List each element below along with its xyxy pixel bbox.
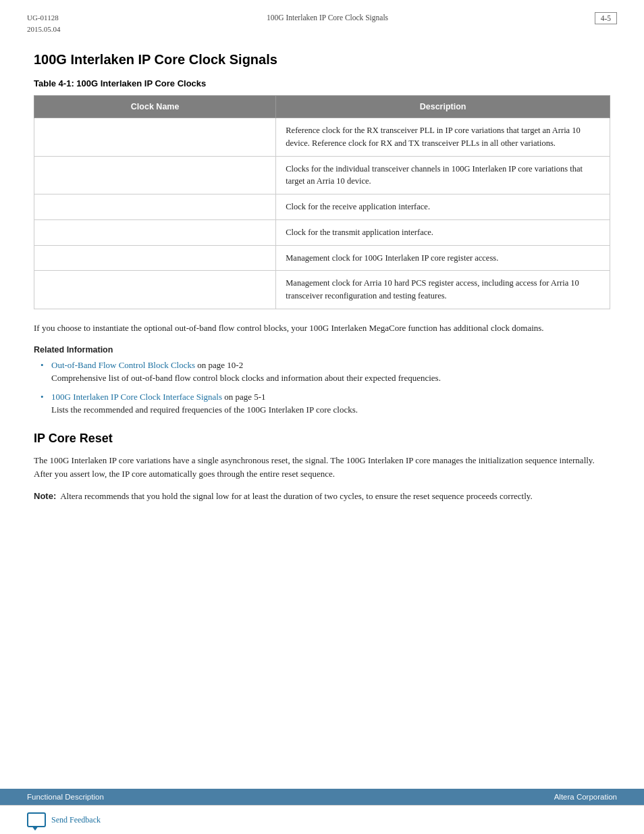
related-link[interactable]: 100G Interlaken IP Core Clock Interface …	[51, 392, 222, 402]
page-header: UG-01128 2015.05.04 100G Interlaken IP C…	[0, 0, 644, 40]
table-cell-description: Management clock for Arria 10 hard PCS r…	[276, 271, 610, 309]
header-doc-info: UG-01128 2015.05.04	[27, 12, 61, 34]
related-link[interactable]: Out-of-Band Flow Control Block Clocks	[51, 360, 195, 370]
table-cell-clock-name	[34, 219, 276, 245]
col-header-description: Description	[276, 96, 610, 118]
note-text: Altera recommends that you hold the sign…	[60, 490, 532, 504]
footer-right-label: Altera Corporation	[554, 793, 617, 801]
send-feedback-link[interactable]: Send Feedback	[51, 815, 101, 825]
table-title: Table 4-1: 100G Interlaken IP Core Clock…	[34, 78, 610, 88]
doc-date: 2015.05.04	[27, 24, 61, 35]
page-footer: Functional Description Altera Corporatio…	[0, 789, 644, 805]
table-cell-clock-name	[34, 156, 276, 194]
table-header-row: Clock Name Description	[34, 96, 610, 118]
table-cell-clock-name	[34, 245, 276, 271]
related-info-title: Related Information	[34, 345, 610, 355]
list-item: Out-of-Band Flow Control Block Clocks on…	[41, 359, 610, 385]
header-page-number: 4-5	[595, 12, 617, 24]
table-row: Management clock for Arria 10 hard PCS r…	[34, 271, 610, 309]
note-label: Note:	[34, 490, 56, 504]
main-content: 100G Interlaken IP Core Clock Signals Ta…	[0, 40, 644, 789]
related-links-list: Out-of-Band Flow Control Block Clocks on…	[34, 359, 610, 417]
table-row: Clock for the receive application interf…	[34, 194, 610, 220]
related-link-description: Lists the recommended and required frequ…	[51, 405, 358, 415]
section2-para1: The 100G Interlaken IP core variations h…	[34, 454, 610, 482]
table-cell-description: Reference clock for the RX transceiver P…	[276, 118, 610, 157]
clocks-table: Clock Name Description Reference clock f…	[34, 95, 610, 309]
header-section-title: 100G Interlaken IP Core Clock Signals	[61, 12, 595, 22]
table-row: Management clock for 100G Interlaken IP …	[34, 245, 610, 271]
feedback-icon	[27, 812, 46, 827]
section2-title: IP Core Reset	[34, 432, 610, 446]
col-header-clock-name: Clock Name	[34, 96, 276, 118]
table-cell-description: Clock for the receive application interf…	[276, 194, 610, 220]
table-cell-description: Clock for the transmit application inter…	[276, 219, 610, 245]
related-link-description: Comprehensive list of out-of-band flow c…	[51, 373, 441, 383]
table-cell-clock-name	[34, 118, 276, 157]
body-paragraph: If you choose to instantiate the optiona…	[34, 321, 610, 336]
footer-left-label: Functional Description	[27, 793, 104, 801]
doc-id: UG-01128	[27, 12, 61, 24]
note-block: Note: Altera recommends that you hold th…	[34, 490, 610, 504]
table-row: Reference clock for the RX transceiver P…	[34, 118, 610, 157]
page-wrapper: UG-01128 2015.05.04 100G Interlaken IP C…	[0, 0, 644, 834]
footer-feedback[interactable]: Send Feedback	[0, 805, 644, 834]
table-cell-description: Clocks for the individual transceiver ch…	[276, 156, 610, 194]
table-row: Clocks for the individual transceiver ch…	[34, 156, 610, 194]
table-cell-clock-name	[34, 271, 276, 309]
list-item: 100G Interlaken IP Core Clock Interface …	[41, 390, 610, 417]
page-title: 100G Interlaken IP Core Clock Signals	[34, 52, 610, 68]
table-cell-description: Management clock for 100G Interlaken IP …	[276, 245, 610, 271]
table-row: Clock for the transmit application inter…	[34, 219, 610, 245]
table-cell-clock-name	[34, 194, 276, 220]
